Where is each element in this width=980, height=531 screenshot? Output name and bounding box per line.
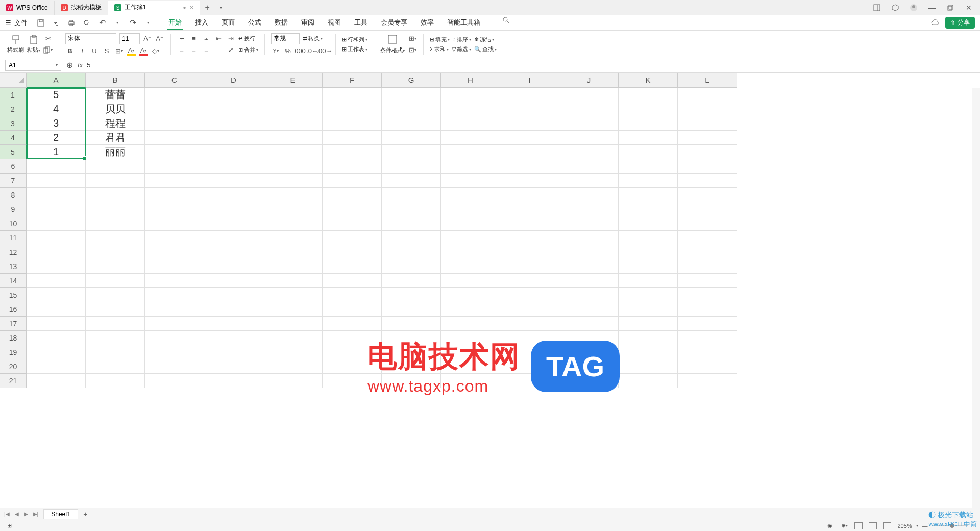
cell[interactable] xyxy=(382,331,441,345)
row-header[interactable]: 6 xyxy=(0,159,27,174)
print-icon[interactable] xyxy=(67,19,76,27)
cell[interactable] xyxy=(619,288,678,302)
cell[interactable] xyxy=(619,374,678,388)
indent-left-icon[interactable]: ⇤ xyxy=(214,34,223,43)
cell[interactable] xyxy=(382,274,441,288)
tab-efficiency[interactable]: 效率 xyxy=(420,16,435,30)
zoom-out-icon[interactable]: — xyxy=(922,523,928,529)
cell[interactable] xyxy=(559,131,619,145)
cell[interactable] xyxy=(204,116,263,131)
cell[interactable] xyxy=(27,259,86,274)
cell[interactable] xyxy=(27,345,86,359)
cell[interactable] xyxy=(382,359,441,374)
indent-right-icon[interactable]: ⇥ xyxy=(226,34,235,43)
name-box[interactable]: A1 ▾ xyxy=(5,60,61,71)
cell[interactable] xyxy=(619,88,678,102)
row-header[interactable]: 12 xyxy=(0,245,27,259)
cell[interactable] xyxy=(559,202,619,216)
zoom-slider[interactable] xyxy=(932,525,968,526)
cell[interactable] xyxy=(500,131,559,145)
tab-smart-tools[interactable]: 智能工具箱 xyxy=(446,16,481,30)
cell[interactable] xyxy=(145,159,204,174)
cell[interactable] xyxy=(678,288,737,302)
cell[interactable] xyxy=(263,216,323,231)
cell[interactable] xyxy=(323,302,382,317)
cell[interactable] xyxy=(441,116,500,131)
cell[interactable] xyxy=(145,188,204,202)
view-normal-icon[interactable] xyxy=(854,522,863,529)
cell[interactable] xyxy=(263,116,323,131)
share-button[interactable]: ⇧ 分享 xyxy=(945,17,975,29)
cell[interactable] xyxy=(500,302,559,317)
maximize-icon[interactable] xyxy=(946,4,954,12)
cell[interactable] xyxy=(145,302,204,317)
decrease-decimal-icon[interactable]: .0← xyxy=(308,46,317,56)
cell[interactable] xyxy=(500,274,559,288)
zoom-in-icon[interactable]: + xyxy=(972,523,975,529)
undo-dropdown[interactable]: ▾ xyxy=(113,19,121,27)
cell[interactable] xyxy=(382,88,441,102)
cloud-icon[interactable] xyxy=(931,19,939,27)
cell[interactable] xyxy=(323,88,382,102)
cell[interactable] xyxy=(559,245,619,259)
tab-start[interactable]: 开始 xyxy=(167,16,183,30)
cell[interactable] xyxy=(619,317,678,331)
cell[interactable] xyxy=(382,159,441,174)
number-format-select[interactable] xyxy=(271,33,300,44)
cell[interactable] xyxy=(382,174,441,188)
cell[interactable] xyxy=(678,345,737,359)
cell[interactable] xyxy=(500,331,559,345)
cell[interactable] xyxy=(500,216,559,231)
cell[interactable] xyxy=(559,345,619,359)
cell[interactable] xyxy=(145,231,204,245)
cell[interactable]: 贝贝 xyxy=(86,102,145,116)
cell[interactable] xyxy=(382,245,441,259)
cell[interactable] xyxy=(441,245,500,259)
italic-icon[interactable]: I xyxy=(78,46,87,56)
increase-font-icon[interactable]: A⁺ xyxy=(143,34,152,43)
table-style-icon[interactable]: ⊡▾ xyxy=(408,45,417,55)
cell[interactable] xyxy=(678,331,737,345)
cell[interactable] xyxy=(382,145,441,159)
cell[interactable] xyxy=(145,245,204,259)
minimize-icon[interactable]: — xyxy=(928,4,936,12)
cell[interactable] xyxy=(619,231,678,245)
cell[interactable] xyxy=(323,317,382,331)
cell[interactable] xyxy=(27,231,86,245)
cell[interactable] xyxy=(86,245,145,259)
cell[interactable] xyxy=(204,202,263,216)
cell[interactable] xyxy=(441,331,500,345)
cell[interactable] xyxy=(27,174,86,188)
fx-icon[interactable]: fx xyxy=(78,61,83,69)
cell[interactable] xyxy=(559,302,619,317)
col-header-L[interactable]: L xyxy=(678,73,737,88)
cell[interactable] xyxy=(500,159,559,174)
cell[interactable] xyxy=(86,288,145,302)
cell[interactable] xyxy=(382,374,441,388)
close-window-icon[interactable]: ✕ xyxy=(965,4,973,12)
cell[interactable] xyxy=(263,374,323,388)
cell[interactable] xyxy=(27,302,86,317)
cell[interactable] xyxy=(619,216,678,231)
cell[interactable] xyxy=(678,174,737,188)
tab-list-dropdown[interactable]: ▾ xyxy=(215,5,227,10)
cell[interactable] xyxy=(204,188,263,202)
cell[interactable] xyxy=(500,88,559,102)
cell[interactable] xyxy=(441,216,500,231)
format-brush-button[interactable]: 格式刷 xyxy=(7,35,24,54)
tab-view[interactable]: 视图 xyxy=(327,16,342,30)
cell[interactable] xyxy=(323,216,382,231)
cell[interactable] xyxy=(86,202,145,216)
filter-button[interactable]: ▽筛选▾ xyxy=(452,45,471,53)
row-header[interactable]: 8 xyxy=(0,188,27,202)
cell[interactable] xyxy=(441,317,500,331)
cell[interactable] xyxy=(204,131,263,145)
link-icon[interactable] xyxy=(52,19,60,27)
cell[interactable]: 2 xyxy=(27,131,86,145)
cell[interactable] xyxy=(559,174,619,188)
cell[interactable] xyxy=(441,288,500,302)
cell[interactable] xyxy=(86,188,145,202)
copy-icon[interactable]: ▾ xyxy=(43,45,53,55)
cell[interactable] xyxy=(263,288,323,302)
cell[interactable]: 4 xyxy=(27,102,86,116)
